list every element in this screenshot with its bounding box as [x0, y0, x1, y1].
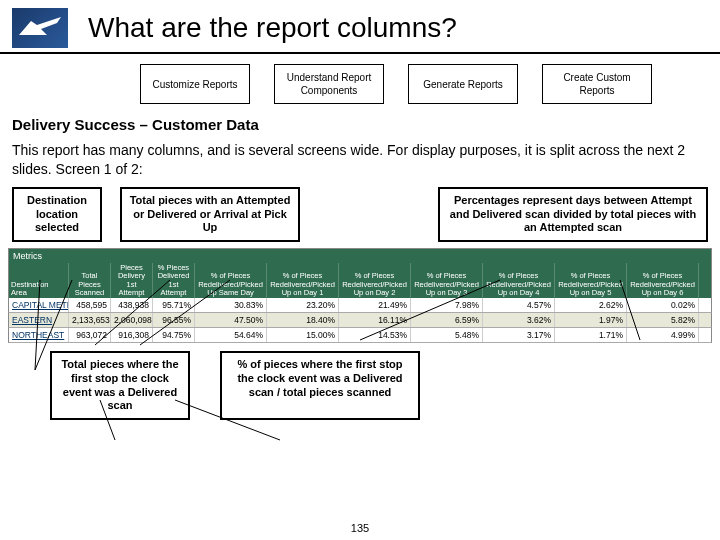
page-number: 135: [0, 522, 720, 534]
col-header-day2: % of Pieces Redelivered/Picked Up on Day…: [339, 263, 411, 298]
col-header-day1: % of Pieces Redelivered/Picked Up on Day…: [267, 263, 339, 298]
col-header-same-day: % of Pieces Redelivered/Picked Up Same D…: [195, 263, 267, 298]
cell-day1: 15.00%: [267, 328, 339, 342]
cell-delivery-1st: 2,060,098: [111, 313, 153, 327]
cell-same-day: 54.64%: [195, 328, 267, 342]
section-title: Delivery Success – Customer Data: [0, 114, 720, 139]
cell-day5: 1.97%: [555, 313, 627, 327]
metrics-header: Metrics: [9, 249, 69, 263]
cell-day5: 1.71%: [555, 328, 627, 342]
cell-delivery-1st: 438,938: [111, 298, 153, 312]
cell-total-pieces: 2,133,653: [69, 313, 111, 327]
intro-text: This report has many columns, and is sev…: [0, 139, 720, 187]
callout-total-attempted: Total pieces with an Attempted or Delive…: [120, 187, 300, 242]
tab-customize-reports[interactable]: Customize Reports: [140, 64, 250, 104]
cell-day6: 5.82%: [627, 313, 699, 327]
cell-destination: CAPITAL METRO: [9, 298, 69, 312]
cell-same-day: 47.50%: [195, 313, 267, 327]
cell-day6: 4.99%: [627, 328, 699, 342]
cell-day5: 2.62%: [555, 298, 627, 312]
cell-day4: 3.62%: [483, 313, 555, 327]
cell-same-day: 30.83%: [195, 298, 267, 312]
col-header-delivery-1st: Pieces Delivery 1st Attempt: [111, 263, 153, 298]
page-title: What are the report columns?: [88, 12, 457, 44]
cell-day3: 5.48%: [411, 328, 483, 342]
table-header-row: Destination Area Total Pieces Scanned Pi…: [8, 263, 712, 298]
callout-destination: Destination location selected: [12, 187, 102, 242]
usps-eagle-logo: [12, 8, 68, 48]
table-row: CAPITAL METRO458,595438,93895.71%30.83%2…: [8, 298, 712, 313]
cell-day2: 16.11%: [339, 313, 411, 327]
callout-delivered-scan: Total pieces where the first stop the cl…: [50, 351, 190, 420]
col-header-day3: % of Pieces Redelivered/Picked Up on Day…: [411, 263, 483, 298]
cell-day1: 23.20%: [267, 298, 339, 312]
table-row: EASTERN2,133,6532,060,09896.55%47.50%18.…: [8, 313, 712, 328]
callout-percentages: Percentages represent days between Attem…: [438, 187, 708, 242]
tab-generate-reports[interactable]: Generate Reports: [408, 64, 518, 104]
col-header-pct-delivered-1st: % Pieces Delivered 1st Attempt: [153, 263, 195, 298]
report-table: Metrics Destination Area Total Pieces Sc…: [8, 248, 712, 343]
nav-tabs: Customize Reports Understand Report Comp…: [0, 54, 720, 114]
cell-destination: EASTERN: [9, 313, 69, 327]
cell-pct-1st: 95.71%: [153, 298, 195, 312]
cell-total-pieces: 458,595: [69, 298, 111, 312]
col-header-day5: % of Pieces Redelivered/Picked Up on Day…: [555, 263, 627, 298]
cell-day2: 21.49%: [339, 298, 411, 312]
table-row: NORTHEAST963,072916,30894.75%54.64%15.00…: [8, 328, 712, 343]
cell-pct-1st: 94.75%: [153, 328, 195, 342]
cell-day3: 7.98%: [411, 298, 483, 312]
tab-understand-components[interactable]: Understand Report Components: [274, 64, 384, 104]
cell-day1: 18.40%: [267, 313, 339, 327]
cell-day4: 4.57%: [483, 298, 555, 312]
tab-create-custom[interactable]: Create Custom Reports: [542, 64, 652, 104]
col-header-day6: % of Pieces Redelivered/Picked Up on Day…: [627, 263, 699, 298]
cell-day2: 14.53%: [339, 328, 411, 342]
cell-total-pieces: 963,072: [69, 328, 111, 342]
col-header-total-pieces: Total Pieces Scanned: [69, 263, 111, 298]
cell-delivery-1st: 916,308: [111, 328, 153, 342]
cell-day6: 0.02%: [627, 298, 699, 312]
callout-stop-clock-pct: % of pieces where the first stop the clo…: [220, 351, 420, 420]
cell-pct-1st: 96.55%: [153, 313, 195, 327]
cell-day4: 3.17%: [483, 328, 555, 342]
cell-day3: 6.59%: [411, 313, 483, 327]
col-header-destination: Destination Area: [9, 263, 69, 298]
cell-destination: NORTHEAST: [9, 328, 69, 342]
col-header-day4: % of Pieces Redelivered/Picked Up on Day…: [483, 263, 555, 298]
